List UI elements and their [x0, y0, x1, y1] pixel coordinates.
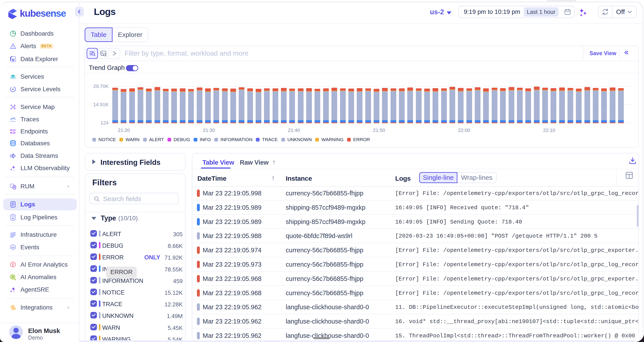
svg-text:K8: K8 [12, 246, 14, 249]
